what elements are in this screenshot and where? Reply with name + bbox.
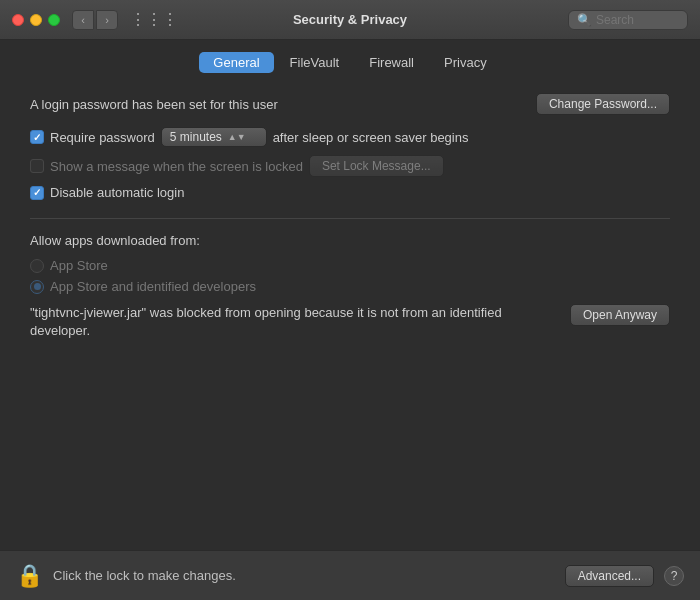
forward-button[interactable]: › [96,10,118,30]
search-icon: 🔍 [577,13,592,27]
require-password-row: Require password 5 minutes ▲▼ after slee… [30,127,670,147]
tab-filevault[interactable]: FileVault [276,52,354,73]
disable-login-checkbox[interactable] [30,186,44,200]
search-input[interactable] [596,13,679,27]
main-content: General FileVault Firewall Privacy A log… [0,40,700,600]
show-message-label: Show a message when the screen is locked [50,159,303,174]
bottom-bar: 🔒 Click the lock to make changes. Advanc… [0,550,700,600]
traffic-lights [12,14,60,26]
require-password-checkbox[interactable] [30,130,44,144]
close-button[interactable] [12,14,24,26]
advanced-button[interactable]: Advanced... [565,565,654,587]
grid-button[interactable]: ⋮⋮⋮ [126,8,182,31]
tab-privacy[interactable]: Privacy [430,52,501,73]
change-password-button[interactable]: Change Password... [536,93,670,115]
dropdown-arrow-icon: ▲▼ [228,132,246,142]
login-row: A login password has been set for this u… [30,93,670,115]
dropdown-value: 5 minutes [170,130,222,144]
app-store-developers-radio[interactable] [30,280,44,294]
open-anyway-button[interactable]: Open Anyway [570,304,670,326]
tab-general[interactable]: General [199,52,273,73]
title-bar: ‹ › ⋮⋮⋮ Security & Privacy 🔍 [0,0,700,40]
blocked-message-text: "tightvnc-jviewer.jar" was blocked from … [30,304,560,340]
show-message-checkbox[interactable] [30,159,44,173]
back-button[interactable]: ‹ [72,10,94,30]
after-sleep-text: after sleep or screen saver begins [273,130,469,145]
disable-login-label: Disable automatic login [50,185,184,200]
app-store-radio[interactable] [30,259,44,273]
disable-login-row: Disable automatic login [30,185,670,200]
tabs-bar: General FileVault Firewall Privacy [0,40,700,81]
lock-icon[interactable]: 🔒 [16,563,43,589]
login-status-text: A login password has been set for this u… [30,97,278,112]
nav-buttons: ‹ › [72,10,118,30]
content-area: A login password has been set for this u… [0,81,700,550]
window-title: Security & Privacy [293,12,407,27]
allow-apps-label: Allow apps downloaded from: [30,233,670,248]
search-box[interactable]: 🔍 [568,10,688,30]
section-divider [30,218,670,219]
app-store-radio-row: App Store [30,258,670,273]
set-lock-message-button[interactable]: Set Lock Message... [309,155,444,177]
require-password-label: Require password [50,130,155,145]
show-message-row: Show a message when the screen is locked… [30,155,670,177]
help-button[interactable]: ? [664,566,684,586]
password-timing-dropdown[interactable]: 5 minutes ▲▼ [161,127,267,147]
minimize-button[interactable] [30,14,42,26]
app-store-developers-label: App Store and identified developers [50,279,256,294]
blocked-app-row: "tightvnc-jviewer.jar" was blocked from … [30,304,670,340]
lock-text: Click the lock to make changes. [53,568,555,583]
app-store-developers-radio-row: App Store and identified developers [30,279,670,294]
app-store-label: App Store [50,258,108,273]
maximize-button[interactable] [48,14,60,26]
tab-firewall[interactable]: Firewall [355,52,428,73]
